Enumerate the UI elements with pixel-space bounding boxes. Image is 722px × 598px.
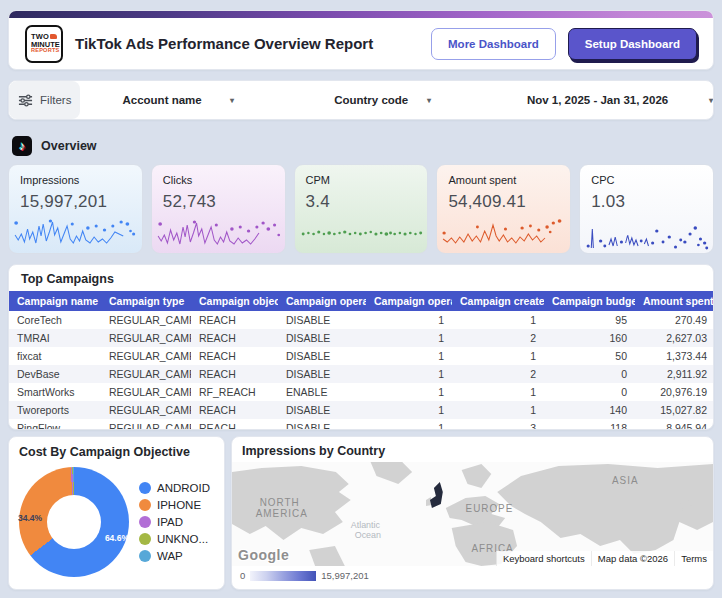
table-cell: REACH [191,365,278,383]
cost-by-objective-card: Cost By Campaign Objective 34.4% 64.6% A… [8,436,225,590]
map-data-label: Map data ©2026 [591,551,674,566]
legend-label: IPAD [157,516,183,528]
legend-label: WAP [157,550,183,562]
svg-text:NORTH: NORTH [260,497,300,508]
table-cell: 1 [452,383,544,401]
legend-item: WAP [139,550,210,562]
kpi-value: 1.03 [591,192,702,212]
table-cell: 0 [544,383,635,401]
setup-dashboard-button[interactable]: Setup Dashboard [568,28,697,60]
table-cell: 1 [366,329,452,347]
kpi-label: Impressions [20,174,131,186]
table-cell: 1 [452,347,544,365]
svg-text:AMERICA: AMERICA [256,508,308,519]
table-cell: fixcat [9,347,101,365]
account-name-dropdown[interactable]: Account name ▾ [122,81,234,119]
dashboard-page: TWO MINUTE REPORTS TikTok Ads Performanc… [0,0,722,598]
scale-max: 15,997,201 [321,570,369,581]
table-cell: 1 [366,419,452,430]
table-cell: TMRAI [9,329,101,347]
more-dashboard-button[interactable]: More Dashboard [431,28,556,60]
overview-label: Overview [41,139,97,153]
tiktok-icon: ♪ [12,136,32,156]
sparkline-chart [584,217,709,251]
account-name-label: Account name [122,94,201,106]
kpi-card-impressions: Impressions 15,997,201 [8,164,143,254]
scale-min: 0 [240,570,245,581]
kpi-value: 54,409.41 [448,192,559,212]
table-cell: REGULAR_CAMPAIGN [101,365,191,383]
kpi-value: 15,997,201 [20,192,131,212]
column-header[interactable]: Amount spent [635,291,714,311]
table-cell: REACH [191,347,278,365]
table-header-row: Campaign nameCampaign typeCampaign objec… [9,291,714,311]
svg-text:Ocean: Ocean [355,530,381,540]
column-header[interactable]: Campaign create... [452,291,544,311]
logo-accent-shape [50,34,57,39]
kpi-card-amount-spent: Amount spent 54,409.41 [436,164,571,254]
table-cell: 1 [366,365,452,383]
kpi-card-clicks: Clicks 52,743 [151,164,286,254]
column-header[interactable]: Campaign budget [544,291,635,311]
kpi-label: CPC [591,174,702,186]
table-cell: DISABLE [278,419,366,430]
country-code-dropdown[interactable]: Country code ▾ [334,81,431,119]
table-title: Top Campaigns [9,265,713,291]
keyboard-shortcuts-link[interactable]: Keyboard shortcuts [496,551,591,566]
sparkline-chart [13,217,138,251]
table-row: SmartWorksREGULAR_CAMPAIGNRF_REACHENABLE… [9,383,714,401]
column-header[interactable]: Campaign name [9,291,101,311]
legend-color-dot [139,516,151,528]
donut-chart[interactable]: 34.4% 64.6% [19,467,129,577]
sliders-icon [18,93,33,108]
table-cell: 20,976.19 [635,383,714,401]
svg-text:Atlantic: Atlantic [351,520,381,530]
column-header[interactable]: Campaign operati... [366,291,452,311]
table-cell: 118 [544,419,635,430]
table-cell: 8,945.94 [635,419,714,430]
table-row: fixcatREGULAR_CAMPAIGNREACHDISABLE11501,… [9,347,714,365]
table-cell: 50 [544,347,635,365]
date-range-dropdown[interactable]: Nov 1, 2025 - Jan 31, 2026 ▾ [527,81,713,119]
legend-label: ANDROID [157,482,210,494]
table-cell: 140 [544,401,635,419]
google-logo[interactable]: Google [238,547,289,563]
table-row: TworeportsREGULAR_CAMPAIGNREACHDISABLE11… [9,401,714,419]
logo-line-3: REPORTS [31,48,61,54]
table-cell: REGULAR_CAMPAIGN [101,383,191,401]
header-gradient-strip [9,11,713,18]
table-cell: REACH [191,419,278,430]
table-cell: 95 [544,311,635,329]
header: TWO MINUTE REPORTS TikTok Ads Performanc… [8,10,714,70]
table-row: PingFlowREGULAR_CAMPAIGNREACHDISABLE1311… [9,419,714,430]
table-cell: 2,627.03 [635,329,714,347]
table-cell: RF_REACH [191,383,278,401]
table-cell: 2 [452,329,544,347]
kpi-label: CPM [306,174,417,186]
map-scale-legend: 0 15,997,201 [232,566,713,585]
table-row: DevBaseREGULAR_CAMPAIGNREACHDISABLE1202,… [9,365,714,383]
table-cell: 1 [366,311,452,329]
table-cell: REGULAR_CAMPAIGN [101,401,191,419]
scale-gradient-bar [250,571,316,581]
column-header[interactable]: Campaign type [101,291,191,311]
two-minute-reports-logo: TWO MINUTE REPORTS [25,25,63,63]
overview-section-header: ♪ Overview [8,134,714,158]
terms-link[interactable]: Terms [674,551,713,566]
table-cell: REGULAR_CAMPAIGN [101,419,191,430]
kpi-card-cpc: CPC 1.03 [579,164,714,254]
chevron-down-icon: ▾ [709,96,713,105]
page-title: TikTok Ads Performance Overview Report [75,35,419,52]
legend-item: UNKNO... [139,533,210,545]
filters-toggle[interactable]: Filters [9,81,80,119]
table-cell: CoreTech [9,311,101,329]
kpi-row: Impressions 15,997,201 Clicks 52,743 CPM… [8,164,714,254]
column-header[interactable]: Campaign operati... [278,291,366,311]
table-cell: DISABLE [278,329,366,347]
sparkline-chart [441,217,566,251]
column-header[interactable]: Campaign objecti... [191,291,278,311]
slice-label-iphone: 34.4% [18,513,42,523]
geo-map[interactable]: NORTH AMERICA Atlantic Ocean EUROPE ASIA… [232,462,713,566]
table-cell: 2 [452,365,544,383]
legend-item: IPAD [139,516,210,528]
